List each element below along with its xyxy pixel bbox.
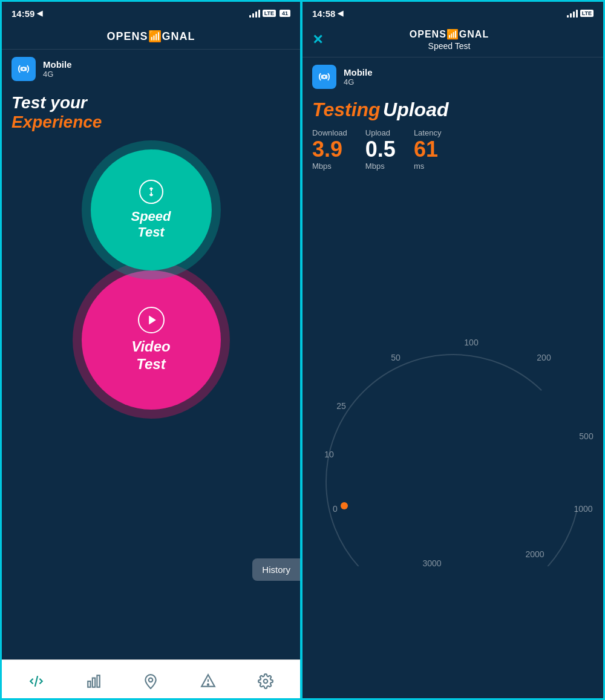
signal-bar-3	[255, 11, 257, 18]
opensignal-logo-right: OPENS📶GNAL	[410, 28, 489, 40]
svg-point-11	[326, 355, 580, 566]
r-signal-bar-2	[570, 13, 572, 18]
download-unit: Mbps	[312, 162, 347, 171]
right-location-icon: ◀	[338, 9, 343, 18]
left-status-right: LTE 41	[249, 9, 290, 18]
gauge-label-0: 0	[333, 504, 338, 514]
right-connection-info: Mobile 4G	[302, 57, 603, 96]
nav-settings[interactable]	[250, 666, 281, 696]
right-header-center: OPENS📶GNAL Speed Test	[330, 28, 568, 51]
gauge-svg: 0 10 25 50 100 200 500 1000 2000 3000	[311, 312, 595, 566]
latency-label: Latency	[414, 128, 442, 137]
download-label: Download	[312, 128, 347, 137]
left-panel: 14:59 ◀ LTE 41 OPENS📶GNAL	[2, 2, 302, 700]
speed-test-button[interactable]: SpeedTest	[91, 149, 212, 270]
gauge-label-1000: 1000	[574, 504, 592, 514]
close-button[interactable]: ✕	[312, 32, 323, 48]
svg-marker-1	[149, 316, 156, 325]
gauge-label-10: 10	[324, 450, 334, 459]
gauge-needle-dot	[341, 502, 348, 509]
hero-line1: Test your	[11, 93, 290, 113]
r-signal-bar-3	[573, 11, 575, 18]
upload-value: 0.5	[365, 139, 396, 160]
left-status-bar: 14:59 ◀ LTE 41	[2, 2, 300, 24]
gauge-label-200: 200	[537, 353, 551, 362]
upload-label: Upload	[365, 128, 396, 137]
location-icon: ◀	[37, 9, 42, 18]
svg-point-5	[149, 678, 153, 682]
left-app-header: OPENS📶GNAL	[2, 24, 300, 50]
history-label: History	[262, 564, 290, 575]
svg-rect-4	[97, 675, 99, 687]
upload-metric: Upload 0.5 Mbps	[365, 128, 396, 171]
svg-point-0	[22, 67, 25, 71]
conn-type-right: 4G	[344, 77, 373, 87]
gauge-label-3000: 3000	[422, 558, 441, 566]
hero-line2: Experience	[11, 113, 290, 132]
connection-text-left: Mobile 4G	[43, 59, 72, 79]
svg-rect-3	[93, 678, 95, 687]
upload-word-text: Upload	[383, 99, 448, 120]
hero-text: Test your Experience	[2, 88, 300, 134]
gauge-label-100: 100	[464, 338, 479, 347]
right-header: ✕ OPENS📶GNAL Speed Test	[302, 24, 603, 57]
left-time: 14:59 ◀	[11, 8, 42, 19]
right-status-right: LTE	[567, 9, 594, 18]
conn-type-left: 4G	[43, 70, 72, 79]
signal-bar-2	[252, 13, 254, 18]
r-signal-bar-4	[576, 10, 578, 18]
gauge-label-25: 25	[336, 401, 346, 411]
signal-bar-4	[258, 10, 260, 18]
latency-metric: Latency 61 ms	[414, 128, 442, 171]
gauge-label-50: 50	[391, 353, 401, 362]
conn-name-left: Mobile	[43, 59, 72, 70]
lte-badge: LTE	[263, 10, 276, 17]
svg-point-10	[322, 75, 326, 79]
video-test-outer: VideoTest	[73, 261, 230, 419]
speed-test-outer: SpeedTest	[82, 140, 221, 280]
download-value: 3.9	[312, 139, 347, 160]
upload-unit: Mbps	[365, 162, 396, 171]
signal-icon-right: 📶	[446, 29, 459, 39]
video-test-button[interactable]: VideoTest	[82, 270, 221, 410]
signal-bar-1	[249, 15, 251, 18]
gauge-container: 0 10 25 50 100 200 500 1000 2000 3000	[302, 180, 603, 698]
connection-icon-right	[312, 65, 336, 89]
right-status-bar: 14:58 ◀ LTE	[302, 2, 603, 24]
r-signal-bar-1	[567, 15, 569, 18]
video-test-label: VideoTest	[131, 338, 170, 373]
svg-point-9	[263, 679, 267, 683]
conn-name-right: Mobile	[344, 67, 373, 77]
speed-test-arrow-icon	[139, 180, 163, 204]
latency-value: 61	[414, 139, 442, 160]
left-connection-info: Mobile 4G	[2, 50, 300, 88]
connection-icon-left	[11, 57, 36, 81]
video-play-icon	[138, 307, 165, 333]
testing-word: Testing	[312, 99, 381, 120]
left-time-text: 14:59	[11, 8, 34, 19]
gauge-label-500: 500	[579, 431, 594, 441]
right-lte-badge: LTE	[580, 10, 594, 17]
testing-title: Testing Upload	[302, 96, 603, 128]
speed-test-label: SpeedTest	[131, 209, 171, 241]
svg-rect-2	[88, 681, 90, 687]
gauge-label-2000: 2000	[525, 549, 544, 559]
history-button[interactable]: History	[252, 558, 300, 581]
latency-unit: ms	[414, 162, 442, 171]
network-badge: 41	[280, 10, 290, 17]
right-time: 14:58 ◀	[312, 8, 343, 19]
nav-speed[interactable]	[21, 666, 51, 696]
nav-alert[interactable]	[193, 666, 223, 696]
signal-bars	[249, 9, 260, 18]
buttons-area: SpeedTest VideoTest History	[2, 134, 300, 659]
opensignal-logo-left: OPENS📶GNAL	[106, 30, 195, 43]
right-time-text: 14:58	[312, 8, 335, 19]
right-signal-bars	[567, 9, 578, 18]
nav-stats[interactable]	[79, 666, 109, 696]
connection-text-right: Mobile 4G	[344, 67, 373, 87]
speed-test-header-label: Speed Test	[428, 41, 471, 51]
metrics-row: Download 3.9 Mbps Upload 0.5 Mbps Latenc…	[302, 128, 603, 180]
download-metric: Download 3.9 Mbps	[312, 128, 347, 171]
right-panel: 14:58 ◀ LTE ✕ OPENS📶GNAL Speed Test	[302, 2, 603, 700]
nav-location[interactable]	[136, 666, 166, 696]
